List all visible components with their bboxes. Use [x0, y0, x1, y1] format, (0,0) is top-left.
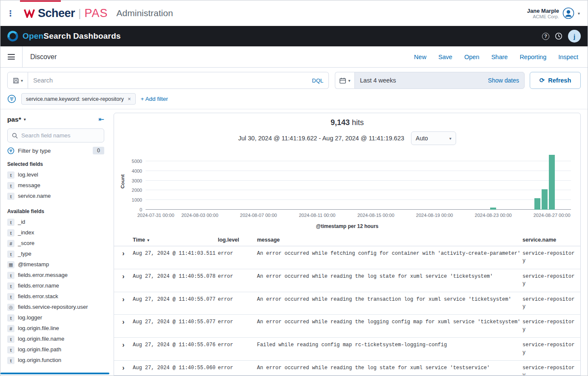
nav-actions: NewSaveOpenShareReportingInspect — [414, 54, 588, 60]
sort-icon: ▾ — [147, 238, 149, 242]
expand-row-icon[interactable]: › — [116, 342, 131, 356]
field-item[interactable]: t fields.error.stack — [7, 291, 104, 302]
search-input[interactable]: Search DQL — [28, 72, 329, 89]
cell-time: Aug 27, 2024 @ 11:41:03.511 — [133, 250, 216, 265]
field-item[interactable]: t _type — [7, 249, 104, 259]
time-range-value[interactable]: Last 4 weeks — [360, 77, 488, 84]
sidebar-scrollbar[interactable] — [0, 373, 109, 374]
cell-time: Aug 27, 2024 @ 11:40:55.078 — [133, 273, 216, 288]
nav-link[interactable]: Reporting — [519, 54, 546, 60]
field-item[interactable]: # log.origin.file.line — [7, 323, 104, 334]
top-accent — [20, 0, 61, 2]
nav-link[interactable]: Save — [438, 54, 452, 60]
user-avatar-icon[interactable] — [562, 7, 574, 19]
y-tick-label: 1000 — [132, 197, 142, 202]
table-row[interactable]: › Aug 27, 2024 @ 11:40:55.077 error An e… — [114, 292, 580, 315]
field-item[interactable]: t service.name — [7, 191, 104, 202]
cell-loglevel: error — [218, 342, 255, 356]
histogram-bar[interactable] — [542, 189, 548, 210]
osd-avatar[interactable]: j — [568, 30, 581, 43]
field-item[interactable]: t log.logger — [7, 313, 104, 323]
histogram-bar[interactable] — [549, 155, 555, 210]
nav-link[interactable]: Share — [491, 54, 508, 60]
column-header-time[interactable]: Time ▾ — [133, 237, 216, 243]
field-type-icon: t — [7, 282, 14, 290]
y-tick-label: 0 — [140, 207, 142, 212]
add-filter-button[interactable]: + Add filter — [141, 96, 168, 102]
query-bar: ▾ Search DQL ▾ Last 4 weeks Show dates ⟳ — [0, 68, 588, 92]
field-name: _index — [18, 229, 34, 236]
field-type-icon: t — [7, 293, 14, 300]
query-language-button[interactable]: DQL — [312, 77, 323, 84]
histogram-bar[interactable] — [490, 208, 496, 210]
table-row[interactable]: › Aug 27, 2024 @ 11:40:55.078 error An e… — [114, 269, 580, 292]
column-header-message[interactable]: message — [257, 237, 521, 243]
remove-filter-icon[interactable]: × — [128, 96, 131, 102]
column-header-servicename[interactable]: service.name — [522, 237, 577, 243]
cell-loglevel: error — [218, 273, 255, 288]
logo-text-search: Search — [43, 31, 71, 40]
selected-fields-list: t log.level t message t service.name — [7, 170, 104, 202]
show-dates-button[interactable]: Show dates — [488, 77, 519, 84]
expand-row-icon[interactable]: › — [116, 365, 131, 375]
filter-icon[interactable] — [7, 94, 16, 103]
hits-count: 9,143 hits — [114, 113, 580, 127]
field-search-input[interactable]: Search field names — [7, 128, 104, 142]
table-row[interactable]: › Aug 27, 2024 @ 11:40:55.076 error Fail… — [114, 338, 580, 361]
field-type-icon: t — [7, 171, 14, 179]
interval-select[interactable]: Auto ▾ — [411, 131, 456, 145]
brand-divider: | — [78, 7, 81, 20]
histogram-bar[interactable] — [534, 198, 540, 210]
discover-panel: 9,143 hits Jul 30, 2024 @ 11:41:19.622 -… — [114, 113, 581, 376]
field-item[interactable]: # _score — [7, 238, 104, 249]
field-item[interactable]: t log.origin.file.path — [7, 345, 104, 355]
field-name: message — [18, 182, 40, 189]
menu-icon[interactable] — [0, 46, 23, 67]
field-item[interactable]: ▦ @timestamp — [7, 259, 104, 270]
collapse-sidebar-icon[interactable]: ⇤ — [99, 115, 104, 123]
field-item[interactable]: t fields.error.message — [7, 270, 104, 281]
field-name: fields.error.stack — [18, 293, 58, 300]
column-header-loglevel[interactable]: log.level — [218, 237, 255, 243]
table-row[interactable]: › Aug 27, 2024 @ 11:41:03.511 error An e… — [114, 246, 580, 269]
table-row[interactable]: › Aug 27, 2024 @ 11:40:55.077 error An e… — [114, 315, 580, 338]
cell-message: An error occurred while reading the logg… — [257, 319, 521, 333]
plot-area: 2024-07-31 00:002024-08-03 00:002024-08-… — [146, 154, 571, 210]
expand-row-icon[interactable]: › — [116, 319, 131, 333]
table-row[interactable]: › Aug 27, 2024 @ 11:40:55.060 error An e… — [114, 361, 580, 375]
quick-select-date-button[interactable]: ▾ — [335, 72, 354, 89]
recent-items-icon[interactable] — [555, 32, 562, 40]
expand-row-icon[interactable]: › — [116, 250, 131, 265]
cell-servicename: service-repository — [522, 296, 577, 311]
expand-row-icon[interactable]: › — [116, 273, 131, 288]
user-menu[interactable]: Jane Marple ACME Corp. ▾ — [527, 7, 580, 19]
expand-row-icon[interactable]: › — [116, 296, 131, 311]
app-switcher-icon[interactable]: ⋮ — [6, 9, 14, 18]
field-item[interactable]: t _id — [7, 217, 104, 228]
nav-link[interactable]: Inspect — [558, 54, 578, 60]
nav-link[interactable]: New — [414, 54, 426, 60]
filter-pill[interactable]: service.name.keyword: service-repository… — [21, 93, 136, 105]
field-item[interactable]: t fields.error.name — [7, 281, 104, 291]
field-item[interactable]: ◎ fields.service-repository.user — [7, 302, 104, 313]
filter-by-type-button[interactable]: Filter by type 0 — [7, 147, 104, 154]
field-item[interactable]: t log.origin.file.name — [7, 334, 104, 345]
search-icon — [12, 133, 18, 139]
content-area: pas* ▾ ⇤ Search field names — [0, 109, 588, 376]
field-name: fields.error.message — [18, 272, 68, 279]
save-query-icon — [12, 77, 20, 84]
field-item[interactable]: t message — [7, 180, 104, 191]
field-item[interactable]: t log.level — [7, 170, 104, 180]
help-icon[interactable]: ? — [542, 33, 549, 40]
opensearch-logo[interactable]: OpenSearchDashboards — [7, 31, 121, 42]
filter-pill-label: service.name.keyword: service-repository — [26, 96, 124, 102]
field-item[interactable]: t _index — [7, 228, 104, 238]
refresh-button[interactable]: ⟳ Refresh — [530, 72, 581, 89]
filter-icon — [7, 147, 14, 154]
time-range-picker[interactable]: Last 4 weeks Show dates — [354, 72, 525, 89]
index-pattern-selector[interactable]: pas* — [7, 116, 21, 123]
nav-link[interactable]: Open — [464, 54, 479, 60]
scheer-pas-logo: Scheer | PAS — [24, 7, 108, 20]
saved-queries-button[interactable]: ▾ — [7, 72, 28, 89]
field-item[interactable]: t log.origin.function — [7, 355, 104, 366]
